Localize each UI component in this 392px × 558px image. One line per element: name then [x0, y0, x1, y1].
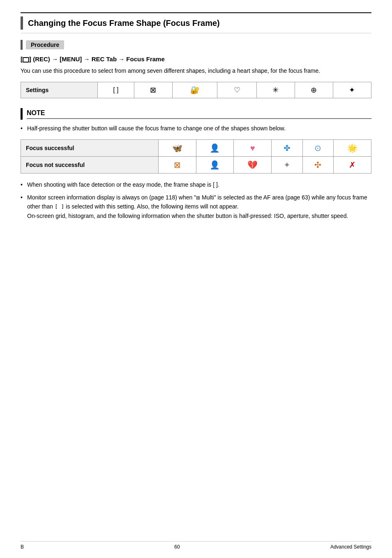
settings-label: Settings — [21, 82, 98, 98]
focus-success-icon-2: 👤 — [196, 140, 234, 157]
setting-icon-2: ⊠ — [134, 82, 172, 98]
bottom-bullet-list: When shooting with face detection or the… — [21, 180, 371, 220]
bullet-3: Monitor screen information display is al… — [21, 193, 371, 221]
bullet3-extra: On-screen grid, histogram, and the follo… — [27, 211, 371, 220]
settings-table: Settings [ ] ⊠ 🔐 ♡ ✳ ⊕ ✦ — [21, 82, 371, 98]
setting-icon-1: [ ] — [97, 82, 134, 98]
focus-success-icon-1: 🦋 — [159, 140, 196, 157]
page-footer: B 60 Advanced Settings — [21, 541, 371, 550]
setting-icon-3: 🔐 — [172, 82, 217, 98]
note-header: NOTE — [21, 108, 371, 120]
note-bullet-1: Half-pressing the shutter button will ca… — [21, 124, 371, 133]
note-title: NOTE — [27, 109, 371, 119]
footer-left: B — [21, 544, 24, 550]
focus-fail-icon-1: ⊠ — [159, 157, 196, 174]
setting-icon-4: ♡ — [217, 82, 256, 98]
focus-not-successful-label: Focus not successful — [21, 157, 159, 174]
focus-fail-icon-4: ✦ — [271, 157, 302, 174]
focus-successful-label: Focus successful — [21, 140, 159, 157]
setting-icon-7: ✦ — [333, 82, 371, 98]
procedure-accent — [21, 40, 23, 50]
footer-center: 60 — [174, 544, 180, 550]
focus-success-icon-3: ♥ — [234, 140, 272, 157]
focus-fail-icon-5: ✣ — [302, 157, 334, 174]
setting-icon-5: ✳ — [256, 82, 295, 98]
footer-right: Advanced Settings — [330, 544, 371, 550]
page-title: Changing the Focus Frame Shape (Focus Fr… — [28, 19, 220, 28]
focus-not-successful-row: Focus not successful ⊠ 👤 💔 ✦ ✣ ✗ — [21, 157, 371, 174]
focus-fail-icon-6: ✗ — [334, 157, 371, 174]
focus-success-icon-5: ⊙ — [302, 140, 334, 157]
note-accent — [21, 108, 23, 120]
nav-path: [] (REC) → [MENU] → REC Tab → Focus Fram… — [21, 56, 371, 63]
setting-icon-6: ⊕ — [295, 82, 333, 98]
focus-success-icon-4: ✤ — [271, 140, 302, 157]
page-title-bar: Changing the Focus Frame Shape (Focus Fr… — [21, 12, 371, 33]
procedure-badge: Procedure — [26, 40, 64, 49]
note-section: NOTE Half-pressing the shutter button wi… — [21, 108, 371, 133]
note-bullet-list: Half-pressing the shutter button will ca… — [21, 124, 371, 133]
focus-success-icon-6: 🌟 — [334, 140, 371, 157]
nav-path-text: [] (REC) → [MENU] → REC Tab → Focus Fram… — [21, 56, 165, 63]
description-text: You can use this procedure to select fro… — [21, 67, 371, 75]
bullet3-part1: Monitor screen information display is al… — [27, 194, 367, 210]
procedure-section: Procedure — [21, 40, 371, 50]
bullet-2: When shooting with face detection or the… — [21, 180, 371, 189]
focus-fail-icon-3: 💔 — [234, 157, 272, 174]
focus-fail-icon-2: 👤 — [196, 157, 234, 174]
focus-successful-row: Focus successful 🦋 👤 ♥ ✤ ⊙ 🌟 — [21, 140, 371, 157]
focus-table: Focus successful 🦋 👤 ♥ ✤ ⊙ 🌟 Focus not s… — [21, 139, 371, 174]
title-accent — [21, 16, 23, 30]
